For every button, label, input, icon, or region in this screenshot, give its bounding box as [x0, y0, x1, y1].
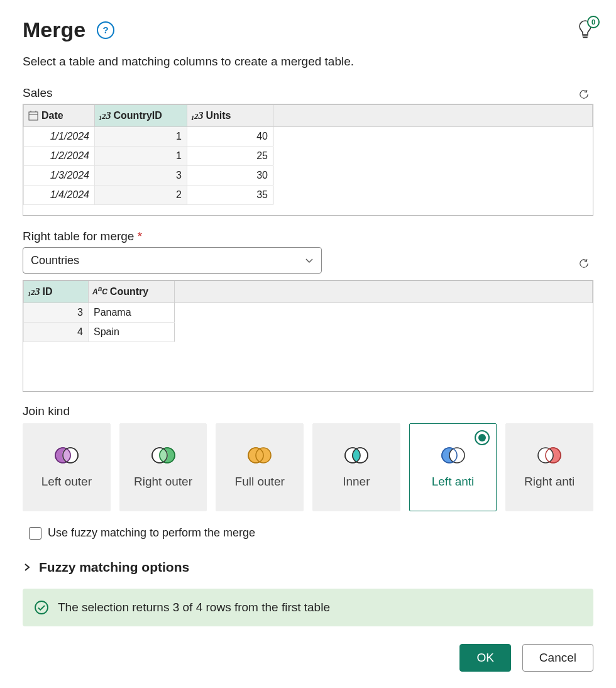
- col-header-countryid[interactable]: 123 CountryID: [95, 105, 187, 127]
- tips-count-badge: 0: [587, 16, 600, 28]
- table-row[interactable]: 1/2/2024125: [24, 147, 593, 166]
- join-selected-radio: [475, 430, 490, 445]
- join-inner[interactable]: Inner: [312, 423, 400, 511]
- col-header-spacer: [273, 105, 593, 127]
- col-header-date[interactable]: Date: [24, 105, 95, 127]
- join-label: Left anti: [432, 475, 475, 489]
- right-table[interactable]: 123 ID ABC Country 3Panama 4Spain: [23, 280, 593, 392]
- col-header-label: Date: [41, 110, 63, 121]
- refresh-right-table-button[interactable]: [575, 254, 593, 273]
- refresh-icon: [578, 86, 590, 103]
- check-circle-icon: [34, 600, 49, 615]
- right-table-header-row: Countries: [23, 247, 593, 280]
- dialog-footer: OK Cancel: [23, 644, 593, 672]
- fuzzy-matching-row: Use fuzzy matching to perform the merge: [29, 526, 593, 540]
- col-header-label: Country: [110, 286, 148, 297]
- right-table-dropdown[interactable]: Countries: [23, 247, 322, 274]
- right-table-label: Right table for merge *: [23, 230, 593, 243]
- col-header-label: ID: [43, 286, 53, 297]
- svg-rect-0: [29, 112, 38, 120]
- venn-left-outer-icon: [52, 446, 81, 465]
- dialog-header-left: Merge ?: [23, 18, 114, 42]
- help-icon[interactable]: ?: [97, 21, 114, 39]
- join-label: Right outer: [134, 475, 192, 489]
- dialog-subtitle: Select a table and matching columns to c…: [23, 55, 593, 69]
- venn-full-outer-icon: [245, 446, 274, 465]
- col-header-id[interactable]: 123 ID: [24, 281, 89, 303]
- join-right-outer[interactable]: Right outer: [119, 423, 207, 511]
- number-type-icon: 123: [28, 286, 40, 297]
- join-kind-options: Left outer Right outer Full outer: [23, 423, 593, 511]
- join-label: Left outer: [41, 475, 92, 489]
- ok-button[interactable]: OK: [459, 644, 510, 672]
- table-row[interactable]: 4Spain: [24, 323, 593, 342]
- col-header-label: Units: [206, 110, 231, 121]
- table-row[interactable]: 1/3/2024330: [24, 166, 593, 186]
- required-star: *: [138, 230, 142, 243]
- svg-point-31: [35, 601, 48, 614]
- join-label: Right anti: [524, 475, 575, 489]
- left-table-header-row: Sales: [23, 85, 593, 104]
- chevron-right-icon: [23, 563, 31, 572]
- calendar-icon: [28, 110, 39, 121]
- fuzzy-matching-checkbox[interactable]: [29, 527, 41, 540]
- join-label: Full outer: [235, 475, 285, 489]
- venn-left-anti-icon: [439, 446, 468, 465]
- selection-result-bar: The selection returns 3 of 4 rows from t…: [23, 589, 593, 626]
- join-full-outer[interactable]: Full outer: [216, 423, 304, 511]
- result-text: The selection returns 3 of 4 rows from t…: [58, 601, 330, 614]
- cancel-button[interactable]: Cancel: [522, 644, 593, 672]
- col-header-label: CountryID: [114, 110, 162, 121]
- fuzzy-options-expander[interactable]: Fuzzy matching options: [23, 560, 593, 575]
- chevron-down-icon: [304, 255, 315, 266]
- join-left-anti[interactable]: Left anti: [409, 423, 497, 511]
- number-type-icon: 123: [99, 110, 111, 121]
- table-row[interactable]: 3Panama: [24, 303, 593, 323]
- col-header-spacer: [175, 281, 593, 303]
- left-table[interactable]: Date 123 CountryID 123 Units 1/1/2024140…: [23, 104, 593, 216]
- table-header-row: 123 ID ABC Country: [24, 281, 593, 303]
- col-header-units[interactable]: 123 Units: [187, 105, 273, 127]
- refresh-left-table-button[interactable]: [575, 85, 593, 104]
- dropdown-value: Countries: [31, 254, 79, 267]
- venn-right-anti-icon: [535, 446, 564, 465]
- text-type-icon: ABC: [92, 287, 107, 296]
- number-type-icon: 123: [191, 110, 204, 121]
- table-row[interactable]: 1/4/2024235: [24, 186, 593, 205]
- tips-button[interactable]: 0: [577, 19, 593, 41]
- venn-inner-icon: [342, 446, 371, 465]
- left-table-name: Sales: [23, 86, 53, 100]
- dialog-header: Merge ? 0: [23, 18, 593, 42]
- col-header-country[interactable]: ABC Country: [89, 281, 175, 303]
- fuzzy-matching-label: Use fuzzy matching to perform the merge: [48, 526, 255, 540]
- refresh-icon: [578, 255, 590, 272]
- table-header-row: Date 123 CountryID 123 Units: [24, 105, 593, 127]
- dialog-title: Merge: [23, 18, 85, 42]
- fuzzy-options-label: Fuzzy matching options: [39, 560, 189, 575]
- join-right-anti[interactable]: Right anti: [505, 423, 593, 511]
- join-label: Inner: [343, 475, 370, 489]
- join-kind-label: Join kind: [23, 404, 593, 418]
- join-left-outer[interactable]: Left outer: [23, 423, 111, 511]
- merge-dialog: Merge ? 0 Select a table and matching co…: [0, 0, 616, 688]
- venn-right-outer-icon: [149, 446, 178, 465]
- table-row[interactable]: 1/1/2024140: [24, 127, 593, 147]
